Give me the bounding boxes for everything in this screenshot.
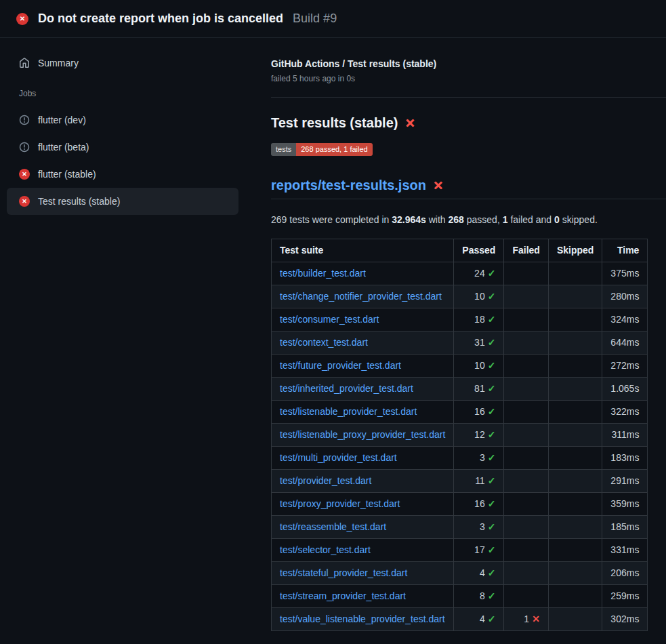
sidebar-item-flutter-dev[interactable]: flutter (dev) [7, 106, 238, 134]
table-row: test/value_listenable_provider_test.dart… [272, 608, 648, 631]
suite-link[interactable]: test/selector_test.dart [280, 544, 371, 555]
skipped-cell [548, 516, 602, 539]
suite-link[interactable]: test/stateful_provider_test.dart [280, 567, 407, 578]
page-header: ✕ Do not create report when job is cance… [0, 0, 666, 38]
check-icon: ✓ [488, 521, 496, 532]
passed-cell: 12✓ [454, 424, 504, 447]
suite-cell: test/selector_test.dart [272, 539, 454, 562]
passed-count: 16 [474, 406, 485, 417]
failed-status-circle-icon: ✕ [19, 196, 30, 207]
suite-cell: test/provider_test.dart [272, 470, 454, 493]
skipped-cell [548, 285, 602, 308]
tests-badge: tests 268 passed, 1 failed [271, 143, 373, 156]
summary-text: skipped. [560, 214, 598, 225]
suite-link[interactable]: test/listenable_provider_test.dart [280, 406, 417, 417]
jobs-section-label: Jobs [0, 89, 257, 98]
suite-cell: test/listenable_provider_test.dart [272, 401, 454, 424]
suite-link[interactable]: test/builder_test.dart [280, 268, 366, 279]
x-icon: ✕ [532, 613, 540, 624]
home-icon [19, 58, 30, 68]
passed-cell: 4✓ [454, 608, 504, 631]
suite-cell: test/inherited_provider_test.dart [272, 378, 454, 401]
table-row: test/builder_test.dart24✓375ms [272, 262, 648, 285]
failed-cell [504, 493, 548, 516]
job-label: Test results (stable) [38, 196, 120, 207]
table-row: test/listenable_provider_test.dart16✓322… [272, 401, 648, 424]
passed-count: 12 [474, 429, 485, 440]
failed-cell [504, 424, 548, 447]
table-row: test/future_provider_test.dart10✓272ms [272, 355, 648, 378]
run-status-line: failed 5 hours ago in 0s [271, 74, 666, 83]
sidebar-item-test-results-stable[interactable]: ✕ Test results (stable) [7, 188, 238, 215]
passed-cell: 18✓ [454, 308, 504, 331]
build-number: Build #9 [293, 12, 337, 26]
time-cell: 322ms [602, 401, 648, 424]
job-label: flutter (dev) [38, 115, 86, 125]
time-cell: 311ms [602, 424, 648, 447]
skipped-cell [548, 378, 602, 401]
failed-count: 1 [524, 613, 529, 624]
suite-link[interactable]: test/context_test.dart [280, 337, 368, 348]
passed-cell: 3✓ [454, 447, 504, 470]
time-cell: 183ms [602, 447, 648, 470]
page-title: Do not create report when job is cancell… [38, 12, 283, 26]
suite-cell: test/multi_provider_test.dart [272, 447, 454, 470]
sidebar-item-flutter-stable[interactable]: ✕ flutter (stable) [7, 161, 238, 188]
passed-cell: 81✓ [454, 378, 504, 401]
suite-link[interactable]: test/listenable_proxy_provider_test.dart [280, 429, 445, 440]
passed-count: 24 [474, 268, 485, 279]
suite-cell: test/stream_provider_test.dart [272, 585, 454, 608]
results-table: Test suite Passed Failed Skipped Time te… [271, 239, 648, 631]
check-icon: ✓ [488, 429, 496, 440]
sidebar-item-summary[interactable]: Summary [7, 49, 238, 77]
check-icon: ✓ [488, 613, 496, 624]
table-row: test/context_test.dart31✓644ms [272, 331, 648, 355]
passed-count: 3 [480, 452, 485, 463]
time-cell: 291ms [602, 470, 648, 493]
report-heading: reports/test-results.json ✕ [271, 178, 666, 199]
check-icon: ✓ [488, 498, 496, 509]
main-content: GitHub Actions / Test results (stable) f… [257, 38, 666, 631]
skipped-cell [548, 585, 602, 608]
passed-count: 16 [474, 498, 485, 509]
passed-count: 81 [474, 383, 485, 394]
col-header-time: Time [602, 239, 648, 262]
passed-count: 3 [480, 521, 485, 532]
skipped-cell [548, 562, 602, 585]
passed-cell: 4✓ [454, 562, 504, 585]
badge-label: tests [271, 143, 296, 156]
suite-link[interactable]: test/value_listenable_provider_test.dart [280, 613, 445, 624]
job-label: flutter (stable) [38, 169, 96, 180]
check-icon: ✓ [488, 475, 496, 486]
suite-link[interactable]: test/future_provider_test.dart [280, 360, 401, 371]
suite-link[interactable]: test/inherited_provider_test.dart [280, 383, 413, 394]
passed-cell: 11✓ [454, 470, 504, 493]
suite-link[interactable]: test/consumer_test.dart [280, 314, 379, 325]
sidebar-item-flutter-beta[interactable]: flutter (beta) [7, 134, 238, 161]
summary-text: failed and [508, 214, 555, 225]
suite-link[interactable]: test/stream_provider_test.dart [280, 590, 406, 601]
table-row: test/change_notifier_provider_test.dart1… [272, 285, 648, 308]
passed-count: 4 [480, 567, 485, 578]
suite-link[interactable]: test/reassemble_test.dart [280, 521, 386, 532]
time-cell: 272ms [602, 355, 648, 378]
check-icon: ✓ [488, 360, 496, 371]
suite-link[interactable]: test/proxy_provider_test.dart [280, 498, 400, 509]
suite-link[interactable]: test/multi_provider_test.dart [280, 452, 397, 463]
passed-cell: 24✓ [454, 262, 504, 285]
time-cell: 302ms [602, 608, 648, 631]
time-cell: 1.065s [602, 378, 648, 401]
test-summary: 269 tests were completed in 32.964s with… [271, 214, 666, 225]
summary-text: passed, [464, 214, 503, 225]
passed-count: 11 [475, 475, 485, 486]
suite-link[interactable]: test/provider_test.dart [280, 475, 371, 486]
report-file-link[interactable]: reports/test-results.json [271, 178, 426, 193]
time-cell: 375ms [602, 262, 648, 285]
table-header-row: Test suite Passed Failed Skipped Time [272, 239, 648, 262]
time-cell: 185ms [602, 516, 648, 539]
cancelled-status-icon [19, 142, 30, 153]
suite-link[interactable]: test/change_notifier_provider_test.dart [280, 291, 442, 302]
check-icon: ✓ [488, 567, 496, 578]
check-icon: ✓ [488, 314, 496, 325]
failed-cell [504, 378, 548, 401]
